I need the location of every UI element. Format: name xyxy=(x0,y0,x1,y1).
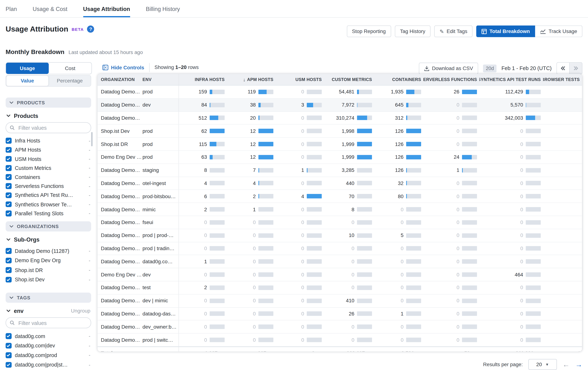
previous-period-button[interactable] xyxy=(557,63,569,74)
product-item[interactable]: Synthetics Browser Te…- xyxy=(6,200,91,209)
table-row[interactable]: Datadog Demo…datad0g.co…1000000 xyxy=(98,255,582,268)
product-item[interactable]: Containers- xyxy=(6,173,91,182)
product-item[interactable]: Infra Hosts- xyxy=(6,136,91,145)
value-toggle-option[interactable]: Value xyxy=(6,76,48,86)
checkbox-checked-icon[interactable] xyxy=(6,258,11,264)
sub-org-item[interactable]: Shop.ist Dev- xyxy=(6,275,91,284)
checkbox-checked-icon[interactable] xyxy=(6,138,11,144)
table-row[interactable]: Datadog Demo…otel-ingest4404403200 xyxy=(98,177,582,190)
help-icon[interactable]: ? xyxy=(87,26,94,33)
products-section-header[interactable]: PRODUCTS xyxy=(6,98,91,108)
product-item[interactable]: USM Hosts- xyxy=(6,154,91,163)
organizations-section-header[interactable]: ORGANIZATIONS xyxy=(6,221,91,232)
product-item[interactable]: Synthetics API Test Ru…- xyxy=(6,191,91,200)
column-header-apm-hosts[interactable]: ↓APM HOSTS xyxy=(227,77,276,82)
table-row[interactable]: Datadog Demo…mimic2108000 xyxy=(98,203,582,216)
env-tag-value: - xyxy=(89,362,91,368)
track-usage-button[interactable]: Track Usage xyxy=(535,26,582,37)
stop-reporting-button[interactable]: Stop Reporting xyxy=(347,26,391,37)
table-row[interactable]: Datadog Demo…512200310,2743120342,003 xyxy=(98,112,582,125)
next-page-arrow[interactable]: → xyxy=(575,361,582,368)
sub-orgs-group-header[interactable]: Sub-Orgs xyxy=(6,236,90,243)
chevron-down-icon xyxy=(9,296,13,299)
sub-org-item[interactable]: Shop.ist DR- xyxy=(6,265,91,275)
checkbox-checked-icon[interactable] xyxy=(6,248,11,254)
tab-plan[interactable]: Plan xyxy=(6,0,17,17)
cost-toggle-option[interactable]: Cost xyxy=(49,63,91,74)
usage-value: 0 xyxy=(301,220,304,225)
column-header-synthetics-api-test-runs[interactable]: SYNTHETICS API TEST RUNS xyxy=(479,77,543,82)
column-header-organization[interactable]: ORGANIZATION xyxy=(98,77,143,82)
hide-controls-link[interactable]: Hide Controls xyxy=(102,64,144,71)
table-row[interactable]: Datadog Demo…prod-bitsbou…624708000 xyxy=(98,190,582,203)
product-item[interactable]: Custom Metrics- xyxy=(6,163,91,173)
env-tag-item[interactable]: datad0g.com- xyxy=(6,331,91,341)
column-header-custom-metrics[interactable]: CUSTOM METRICS xyxy=(324,77,374,82)
table-row[interactable]: Datadog Demo…datadog-das…00026100 xyxy=(98,307,582,321)
checkbox-checked-icon[interactable] xyxy=(6,192,11,198)
percentage-toggle-option[interactable]: Percentage xyxy=(49,75,91,86)
checkbox-checked-icon[interactable] xyxy=(6,343,11,349)
edit-tags-button[interactable]: ✎ Edit Tags xyxy=(434,26,472,37)
tab-usage-cost[interactable]: Usage & Cost xyxy=(33,0,67,17)
checkbox-checked-icon[interactable] xyxy=(6,277,11,282)
ungroup-link[interactable]: Ungroup xyxy=(71,308,90,314)
checkbox-checked-icon[interactable] xyxy=(6,156,11,162)
table-row[interactable]: Datadog Demo…prod | tradin…0000000 xyxy=(98,242,582,255)
env-tag-item[interactable]: datad0g.com|prod|st…- xyxy=(6,360,91,370)
checkbox-checked-icon[interactable] xyxy=(6,211,11,216)
next-period-button[interactable] xyxy=(569,63,582,74)
checkbox-checked-icon[interactable] xyxy=(6,183,11,189)
table-row[interactable]: Shop.ist DRprod1151201,99912600 xyxy=(98,138,582,151)
table-row[interactable]: Datadog Demo…dev | mimic000410000 xyxy=(98,295,582,308)
env-tag-item[interactable]: datad0g.com|dev- xyxy=(6,341,91,350)
table-row[interactable]: Datadog Demo…staging8713,28512610 xyxy=(98,164,582,177)
checkbox-checked-icon[interactable] xyxy=(6,352,11,358)
table-row[interactable]: Demo Eng Dev …prod631201,999126240 xyxy=(98,151,582,164)
checkbox-checked-icon[interactable] xyxy=(6,165,11,171)
sub-org-item[interactable]: Datadog Demo (11287)- xyxy=(6,246,91,256)
product-item[interactable]: Serverless Functions- xyxy=(6,181,91,191)
table-row[interactable]: Demo Eng Dev …dev000000464 xyxy=(98,268,582,281)
tab-usage-attribution[interactable]: Usage Attribution xyxy=(83,0,130,17)
table-row[interactable]: Datadog Demo…dev_owner:b…0000000 xyxy=(98,321,582,334)
sub-org-item[interactable]: Demo Eng Dev Org- xyxy=(6,256,91,265)
checkbox-checked-icon[interactable] xyxy=(6,147,11,153)
total-breakdown-button[interactable]: Total Breakdown xyxy=(476,26,535,37)
tags-section-header[interactable]: TAGS xyxy=(6,293,91,303)
tab-billing-history[interactable]: Billing History xyxy=(146,0,180,17)
column-header-containers[interactable]: CONTAINERS xyxy=(374,77,423,82)
checkbox-checked-icon[interactable] xyxy=(6,267,11,273)
column-header-serverless-functions[interactable]: SERVERLESS FUNCTIONS xyxy=(423,77,479,82)
usage-toggle-option[interactable]: Usage xyxy=(6,63,49,74)
table-row[interactable]: Datadog Demo…test2000000 xyxy=(98,281,582,295)
checkbox-checked-icon[interactable] xyxy=(6,201,11,207)
results-per-page-select[interactable]: 20 ▼ xyxy=(528,359,557,370)
table-row[interactable]: Datadog Demo…prod159119054,4811,93526112… xyxy=(98,85,582,99)
table-row[interactable]: Shop.ist Devprod621201,99812600 xyxy=(98,125,582,138)
checkbox-checked-icon[interactable] xyxy=(6,174,11,180)
env-tag-group-header[interactable]: env Ungroup xyxy=(6,308,90,314)
products-filter-input[interactable] xyxy=(18,124,87,131)
column-header-usm-hosts[interactable]: USM HOSTS xyxy=(276,77,324,82)
product-item[interactable]: APM Hosts- xyxy=(6,145,91,154)
table-row[interactable]: Datadog Demo…fseui0000000 xyxy=(98,216,582,229)
table-row[interactable]: Datadog Demo…dev843837,97264505,570 xyxy=(98,98,582,112)
tag-history-button[interactable]: Tag History xyxy=(395,26,430,37)
products-group-header[interactable]: Products xyxy=(6,113,90,119)
table-row[interactable]: Datadog Demo…prod | prod-…00010500 xyxy=(98,229,582,242)
download-csv-button[interactable]: Download as CSV xyxy=(419,62,478,74)
previous-page-arrow[interactable]: ← xyxy=(562,361,570,368)
checkbox-checked-icon[interactable] xyxy=(6,333,11,339)
sidebar-scrollbar[interactable] xyxy=(91,132,93,146)
column-header-synthetics-browser-tests[interactable]: SYNTHETICS BROWSER TESTS xyxy=(543,77,582,82)
table-row[interactable]: Datadog Demo…prod | switc…0000000 xyxy=(98,334,582,347)
checkbox-checked-icon[interactable] xyxy=(6,362,11,368)
usage-cell: 159 xyxy=(179,89,227,95)
usage-cell: 1 xyxy=(374,311,423,317)
env-tag-item[interactable]: datad0g.com|prod- xyxy=(6,350,91,360)
column-header-env[interactable]: ENV xyxy=(142,74,179,85)
tags-filter-input[interactable] xyxy=(18,319,87,326)
product-item[interactable]: Parallel Testing Slots- xyxy=(6,209,91,218)
column-header-infra-hosts[interactable]: INFRA HOSTS xyxy=(179,77,227,82)
